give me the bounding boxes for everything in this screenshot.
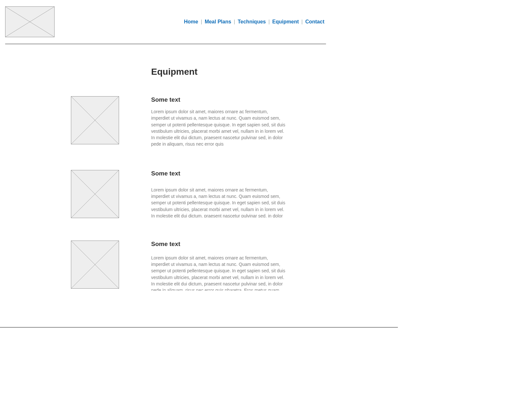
nav-separator: | (201, 19, 202, 25)
equipment-item: Some text Lorem ipsum dolor sit amet, ma… (5, 241, 327, 291)
equipment-item: Some text Lorem ipsum dolor sit amet, ma… (5, 96, 327, 148)
equipment-item: Some text Lorem ipsum dolor sit amet, ma… (5, 170, 327, 218)
item-body: Lorem ipsum dolor sit amet, maiores orna… (151, 187, 286, 217)
nav-separator: | (301, 19, 303, 25)
item-title: Some text (151, 96, 286, 103)
site-header: Home | Meal Plans | Techniques | Equipme… (5, 6, 327, 44)
main-content: Equipment Some text Lorem ipsum dolor si… (5, 44, 327, 291)
main-nav: Home | Meal Plans | Techniques | Equipme… (184, 19, 327, 25)
item-body: Lorem ipsum dolor sit amet, maiores orna… (151, 255, 286, 291)
nav-equipment[interactable]: Equipment (272, 19, 299, 25)
nav-meal-plans[interactable]: Meal Plans (205, 19, 231, 25)
logo-placeholder-icon (5, 6, 55, 37)
image-placeholder-icon (71, 170, 119, 218)
nav-techniques[interactable]: Techniques (238, 19, 266, 25)
image-placeholder-icon (71, 241, 119, 289)
footer-text: Lorem ipsum dolor sit amet, maiores orna… (5, 313, 320, 323)
page-title: Equipment (151, 67, 327, 77)
bottom-rule (0, 327, 398, 327)
item-title: Some text (151, 170, 286, 177)
item-title: Some text (151, 241, 286, 248)
item-body: Lorem ipsum dolor sit amet, maiores orna… (151, 108, 286, 148)
image-placeholder-icon (71, 96, 119, 144)
nav-separator: | (234, 19, 235, 25)
nav-home[interactable]: Home (184, 19, 198, 25)
nav-separator: | (268, 19, 270, 25)
nav-contact[interactable]: Contact (305, 19, 324, 25)
